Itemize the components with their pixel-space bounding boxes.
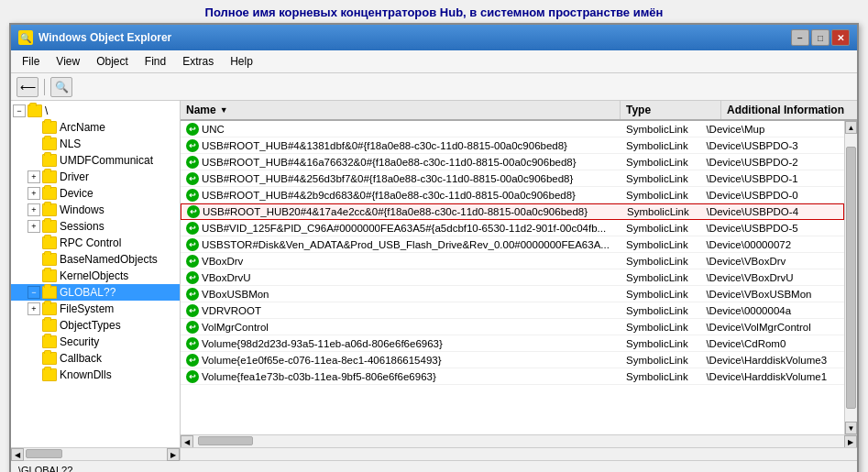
tree-item-global[interactable]: − GLOBAL?? — [11, 284, 180, 301]
folder-icon-global — [42, 286, 57, 299]
tree-label-callback: Callback — [60, 352, 102, 365]
list-row[interactable]: ↩ USB#ROOT_HUB#4&2b9cd683&0#{f18a0e88-c3… — [181, 187, 844, 203]
tree-item-umdf[interactable]: UMDFCommunicat — [11, 152, 180, 169]
left-hscroll-track — [24, 448, 167, 460]
cell-name: ↩ VBoxDrv — [181, 255, 621, 268]
list-row-highlighted[interactable]: ↩ USB#ROOT_HUB20#4&17a4e2cc&0#{f18a0e88-… — [181, 203, 844, 220]
list-row[interactable]: ↩ UNC SymbolicLink \Device\Mup — [181, 121, 844, 137]
cell-info: \Device\USBPDO-1 — [700, 173, 844, 184]
expander-driver[interactable]: + — [27, 170, 40, 183]
list-row[interactable]: ↩ USB#ROOT_HUB#4&256d3bf7&0#{f18a0e88-c3… — [181, 170, 844, 187]
hscroll-right-button[interactable]: ▶ — [844, 435, 857, 447]
col-header-name[interactable]: Name ▼ — [181, 101, 621, 119]
expander-knowndlls[interactable] — [27, 368, 40, 381]
list-body: ↩ UNC SymbolicLink \Device\Mup ↩ USB#R — [181, 121, 844, 434]
list-row[interactable]: ↩ USB#ROOT_HUB#4&1381dbf&0#{f18a0e88-c30… — [181, 137, 844, 154]
expander-filesystem[interactable]: + — [27, 302, 40, 315]
status-bar: \GLOBAL?? — [11, 460, 857, 472]
toolbar-search-button[interactable]: 🔍 — [50, 77, 72, 97]
cell-type: SymbolicLink — [621, 239, 700, 250]
cell-name: ↩ USB#ROOT_HUB#4&256d3bf7&0#{f18a0e88-c3… — [181, 172, 621, 185]
list-header: Name ▼ Type Additional Information — [181, 101, 857, 121]
expander-umdf[interactable] — [27, 154, 40, 167]
left-hscroll-thumb[interactable] — [26, 449, 62, 458]
cell-info: \Device\USBPDO-5 — [700, 223, 844, 234]
list-row[interactable]: ↩ Volume{98d2d23d-93a5-11eb-a06d-806e6f6… — [181, 335, 844, 352]
cell-info: \Device\00000072 — [700, 239, 844, 250]
list-row[interactable]: ↩ USBSTOR#Disk&Ven_ADATA&Prod_USB_Flash_… — [181, 236, 844, 253]
tree-item-rpc[interactable]: RPC Control — [11, 235, 180, 251]
tree-item-security[interactable]: Security — [11, 334, 180, 350]
tree-item-filesystem[interactable]: + FileSystem — [11, 301, 180, 317]
expander-global[interactable]: − — [27, 286, 40, 299]
list-row[interactable]: ↩ USB#VID_125F&PID_C96A#0000000FEA63A5#{… — [181, 220, 844, 236]
left-hscroll-right[interactable]: ▶ — [167, 448, 180, 461]
menu-view[interactable]: View — [49, 52, 87, 71]
symlink-icon: ↩ — [186, 288, 199, 301]
col-header-info[interactable]: Additional Information — [721, 101, 857, 119]
tree-item-arcname[interactable]: ArcName — [11, 119, 180, 136]
list-row[interactable]: ↩ VDRVROOT SymbolicLink \Device\0000004a — [181, 302, 844, 319]
menu-find[interactable]: Find — [137, 52, 173, 71]
symlink-icon: ↩ — [186, 271, 199, 284]
tree-item-callback[interactable]: Callback — [11, 350, 180, 367]
tree-item-kernelobj[interactable]: KernelObjects — [11, 268, 180, 284]
tree-label-basenames: BaseNamedObjects — [60, 253, 158, 266]
scrollbar-vertical[interactable]: ▲ ▼ — [844, 121, 857, 434]
cell-type: SymbolicLink — [621, 371, 700, 382]
scroll-down-button[interactable]: ▼ — [845, 422, 857, 434]
cell-name: ↩ Volume{e1e0f65e-c076-11ea-8ec1-4061866… — [181, 354, 621, 367]
cell-info: \Device\VolMgrControl — [700, 322, 844, 333]
menu-object[interactable]: Object — [89, 52, 136, 71]
menu-extras[interactable]: Extras — [175, 52, 221, 71]
list-row[interactable]: ↩ VBoxUSBMon SymbolicLink \Device\VBoxUS… — [181, 286, 844, 302]
expander-objtypes[interactable] — [27, 319, 40, 332]
hscroll-left-button[interactable]: ◀ — [181, 435, 193, 447]
symlink-icon: ↩ — [186, 337, 199, 350]
tree-item-driver[interactable]: + Driver — [11, 169, 180, 185]
symlink-icon: ↩ — [186, 156, 199, 169]
tree-label-arcname: ArcName — [60, 121, 105, 134]
scroll-up-button[interactable]: ▲ — [845, 121, 857, 134]
expander-callback[interactable] — [27, 352, 40, 365]
expander-device[interactable]: + — [27, 187, 40, 200]
expander-arcname[interactable] — [27, 121, 40, 134]
minimize-button[interactable]: − — [791, 29, 809, 46]
expander-sessions[interactable]: + — [27, 220, 40, 233]
menu-bar: File View Object Find Extras Help — [11, 50, 857, 73]
expander-kernelobj[interactable] — [27, 269, 40, 282]
tree-item-root[interactable]: − \ — [11, 103, 180, 119]
tree-item-basenames[interactable]: BaseNamedObjects — [11, 251, 180, 268]
cell-info: \Device\VBoxDrvU — [700, 272, 844, 283]
hscroll-thumb[interactable] — [198, 436, 253, 445]
tree-item-windows[interactable]: + Windows — [11, 202, 180, 218]
close-button[interactable]: ✕ — [831, 29, 850, 46]
tree-item-sessions[interactable]: + Sessions — [11, 218, 180, 235]
tree-item-objtypes[interactable]: ObjectTypes — [11, 317, 180, 334]
list-row[interactable]: ↩ Volume{fea1e73b-c03b-11ea-9bf5-806e6f6… — [181, 368, 844, 385]
toolbar-back-button[interactable]: ⟵ — [16, 77, 38, 97]
list-row[interactable]: ↩ Volume{e1e0f65e-c076-11ea-8ec1-4061866… — [181, 352, 844, 368]
menu-file[interactable]: File — [15, 52, 47, 71]
col-header-type[interactable]: Type — [621, 101, 721, 119]
tree-item-nls[interactable]: NLS — [11, 136, 180, 152]
list-row[interactable]: ↩ VBoxDrv SymbolicLink \Device\VBoxDrv — [181, 253, 844, 269]
list-row[interactable]: ↩ VolMgrControl SymbolicLink \Device\Vol… — [181, 319, 844, 335]
restore-button[interactable]: □ — [811, 29, 830, 46]
expander-rpc[interactable] — [27, 236, 40, 249]
expander-root[interactable]: − — [13, 104, 26, 117]
expander-windows[interactable]: + — [27, 203, 40, 216]
tree-item-device[interactable]: + Device — [11, 185, 180, 202]
tree-item-knowndlls[interactable]: KnownDlls — [11, 367, 180, 383]
folder-icon-callback — [42, 352, 57, 365]
left-hscroll-left[interactable]: ◀ — [11, 448, 24, 461]
scroll-thumb[interactable] — [846, 147, 856, 409]
tree-root: − \ ArcName NLS UMDFCommun — [11, 101, 180, 385]
list-row[interactable]: ↩ USB#ROOT_HUB#4&16a76632&0#{f18a0e88-c3… — [181, 154, 844, 170]
expander-nls[interactable] — [27, 137, 40, 150]
back-icon: ⟵ — [20, 81, 36, 93]
expander-security[interactable] — [27, 335, 40, 348]
menu-help[interactable]: Help — [223, 52, 260, 71]
expander-basenames[interactable] — [27, 253, 40, 266]
list-row[interactable]: ↩ VBoxDrvU SymbolicLink \Device\VBoxDrvU — [181, 269, 844, 286]
